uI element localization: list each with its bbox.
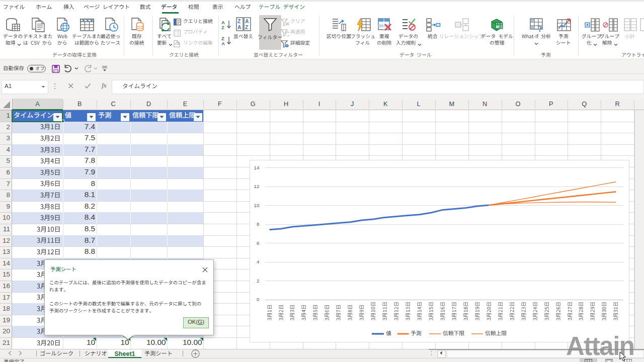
svg-text:Z: Z [221,25,224,30]
svg-text:A: A [221,41,225,46]
svg-text:?: ? [538,24,542,33]
svg-text:A: A [245,19,249,24]
svg-text:A: A [237,25,241,30]
svg-text:if: if [496,25,499,29]
svg-text:Z: Z [237,19,240,24]
svg-text:Z: Z [245,25,248,30]
